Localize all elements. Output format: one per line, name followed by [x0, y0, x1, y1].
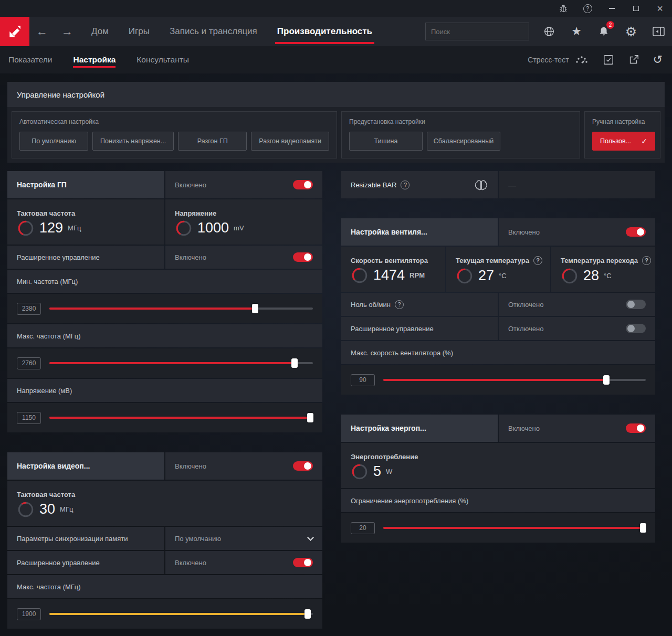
fan-temp-help-icon[interactable]: ?: [533, 256, 542, 265]
minimize-button[interactable]: [600, 0, 624, 17]
chevron-down-icon: [307, 534, 314, 541]
slider-handle[interactable]: [307, 413, 313, 422]
vram-timing-dropdown[interactable]: По умолчанию: [165, 527, 322, 550]
undervolt-gpu-button[interactable]: Понизить напряжен...: [92, 132, 174, 151]
gear-icon[interactable]: ⚙: [617, 17, 645, 46]
vram-enabled-toggle[interactable]: [293, 461, 313, 471]
overclock-gpu-button[interactable]: Разгон ГП: [178, 132, 247, 151]
balanced-preset-button[interactable]: Сбалансированный: [427, 132, 500, 151]
gpu-tuning-title: Настройка ГП: [17, 181, 67, 189]
power-limit-label: Ограничение энергопотребления (%): [351, 497, 468, 505]
vram-clock-gauge: [17, 501, 35, 518]
gpu-enabled-status: Включено: [175, 181, 206, 189]
collapse-panel-icon[interactable]: [645, 17, 672, 46]
star-icon[interactable]: ★: [563, 17, 590, 46]
fan-max-speed-slider[interactable]: [383, 375, 646, 385]
bug-report-icon[interactable]: [551, 0, 575, 17]
fan-temp-unit: °C: [499, 272, 507, 280]
nav-tab-home[interactable]: Дом: [91, 17, 109, 46]
search-input[interactable]: [431, 28, 523, 36]
gpu-clock-value: 129: [39, 220, 63, 236]
fan-advanced-status: Отключено: [508, 325, 543, 333]
vram-clock-label: Тактовая частота: [17, 491, 75, 499]
subtab-advisors[interactable]: Консультанты: [136, 46, 189, 73]
gpu-min-freq-value[interactable]: 2380: [17, 303, 41, 315]
amd-radeon-logo[interactable]: [0, 17, 29, 46]
preset-tuning-section: Предустановка настройки Тишина Сбалансир…: [341, 111, 580, 158]
nav-tab-record[interactable]: Запись и трансляция: [170, 17, 257, 46]
fan-advanced-toggle[interactable]: [626, 324, 646, 333]
zero-rpm-toggle[interactable]: [626, 300, 646, 309]
main-navbar: ← → Дом Игры Запись и трансляция Произво…: [0, 17, 672, 46]
fan-enabled-status: Включено: [508, 228, 540, 236]
fan-speed-gauge: [351, 267, 369, 284]
power-limit-slider[interactable]: [383, 523, 646, 533]
slider-handle[interactable]: [291, 358, 298, 368]
gpu-voltage-gauge: [175, 219, 193, 237]
power-enabled-toggle[interactable]: [626, 423, 646, 433]
help-icon[interactable]: ?: [575, 0, 600, 17]
back-icon[interactable]: ←: [36, 25, 48, 38]
stress-test-button[interactable]: Стресс-тест: [528, 55, 589, 65]
smart-access-memory-icon[interactable]: [474, 179, 488, 191]
vram-advanced-status: Включено: [175, 559, 206, 567]
fan-junction-label: Температура перехода: [561, 257, 638, 264]
share-export-icon[interactable]: [628, 54, 639, 66]
vram-timing-value: По умолчанию: [175, 535, 221, 543]
close-button[interactable]: ×: [648, 0, 672, 17]
performance-subnav: Показатели Настройка Консультанты Стресс…: [0, 46, 672, 73]
fan-enabled-toggle[interactable]: [626, 227, 646, 237]
custom-tuning-button[interactable]: Пользов... ✓: [592, 132, 655, 151]
gpu-volt-slider[interactable]: [49, 412, 313, 423]
fan-tuning-panel: Настройка вентиля... Включено Скорость в…: [341, 218, 655, 395]
gpu-enabled-toggle[interactable]: [293, 180, 313, 189]
power-tuning-title: Настройка энергоп...: [351, 424, 426, 432]
apply-check-icon[interactable]: [603, 54, 614, 66]
subtab-metrics[interactable]: Показатели: [8, 46, 52, 73]
gpu-min-freq-label: Мин. частота (МГц): [17, 278, 78, 285]
fan-junction-help-icon[interactable]: ?: [642, 256, 651, 265]
gpu-advanced-toggle[interactable]: [293, 252, 313, 262]
vram-clock-unit: МГц: [60, 505, 73, 513]
gpu-max-freq-value[interactable]: 2760: [17, 357, 41, 369]
notifications-bell-icon[interactable]: 2: [590, 17, 617, 46]
vram-advanced-toggle[interactable]: [293, 558, 313, 567]
vram-timing-label: Параметры синхронизации памяти: [17, 535, 128, 543]
fan-temp-gauge: [456, 267, 474, 285]
slider-handle[interactable]: [640, 523, 646, 533]
zero-rpm-label: Ноль об/мин: [351, 301, 391, 309]
manual-tuning-section: Ручная настройка Пользов... ✓: [584, 111, 660, 158]
globe-icon[interactable]: [536, 17, 563, 46]
fan-max-speed-value[interactable]: 90: [351, 374, 375, 386]
gpu-volt-value[interactable]: 1150: [17, 412, 41, 424]
vram-max-freq-value[interactable]: 1900: [17, 608, 41, 620]
subtab-tuning[interactable]: Настройка: [73, 46, 116, 73]
nav-tab-performance[interactable]: Производительность: [277, 17, 372, 46]
power-consumption-gauge: [351, 463, 369, 481]
vram-tuning-panel: Настройка видеоп... Включено Тактовая ча…: [7, 452, 322, 629]
gpu-min-freq-slider[interactable]: [49, 303, 313, 314]
reset-undo-icon[interactable]: ↺: [653, 54, 663, 66]
vram-max-freq-slider[interactable]: [49, 609, 313, 619]
quiet-preset-button[interactable]: Тишина: [349, 132, 423, 151]
slider-handle[interactable]: [252, 304, 258, 313]
fan-junction-value: 28: [583, 268, 599, 284]
gpu-voltage-unit: mV: [234, 224, 244, 232]
manual-tuning-label: Ручная настройка: [592, 118, 653, 125]
zero-rpm-help-icon[interactable]: ?: [395, 300, 404, 309]
maximize-button[interactable]: [624, 0, 648, 17]
slider-handle[interactable]: [603, 375, 610, 385]
check-icon: ✓: [641, 137, 647, 145]
nav-tab-games[interactable]: Игры: [129, 17, 150, 46]
forward-icon[interactable]: →: [61, 25, 73, 38]
slider-handle[interactable]: [304, 609, 311, 619]
overclock-vram-button[interactable]: Разгон видеопамяти: [251, 132, 329, 151]
resizable-bar-panel: Resizable BAR ? —: [341, 171, 655, 198]
tuning-control-title: Управление настройкой: [7, 82, 665, 107]
power-consumption-value: 5: [373, 463, 381, 480]
tuning-control-panel: Управление настройкой Автоматическая нас…: [7, 82, 665, 163]
power-limit-value[interactable]: 20: [351, 522, 375, 534]
gpu-max-freq-slider[interactable]: [49, 358, 313, 368]
default-button[interactable]: По умолчанию: [19, 132, 88, 151]
resizable-bar-help-icon[interactable]: ?: [401, 181, 410, 189]
